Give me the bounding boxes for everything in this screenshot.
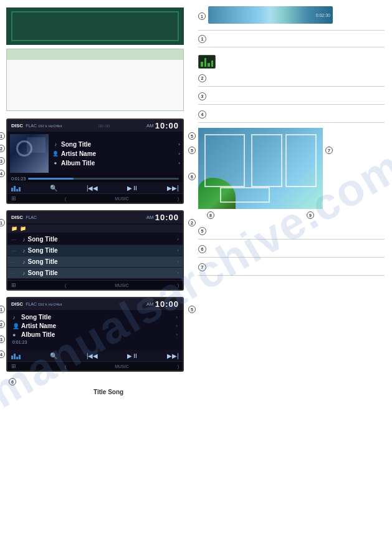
photo-label-right-top: 7 [325, 147, 333, 154]
screen2-topbar: DISC FLAC AM 10:00 [7, 211, 183, 223]
eq-icon-bar-3 [208, 63, 210, 67]
label-s2-r1: 2 [188, 219, 196, 226]
arrow-2: › [177, 248, 179, 253]
screen3-controls: 🔍 |◀◀ ▶⏸ ▶▶| [7, 350, 183, 361]
prev-track-button[interactable]: |◀◀ [87, 185, 98, 191]
play-pause-button-3[interactable]: ▶⏸ [127, 352, 138, 359]
screen1-content: ♪ Song Title › 👤 Artist Name › ● Album T… [7, 132, 183, 175]
screen1-timebar: 0:01:23 [7, 175, 183, 182]
mosaic-rect-right [285, 134, 317, 187]
dash-1: — [11, 236, 20, 242]
screen1-elapsed: 0:01:23 [11, 177, 26, 181]
screen1-am: AM [146, 123, 154, 128]
section-5: 5 [198, 226, 385, 235]
next-track-button[interactable]: ▶▶| [167, 185, 179, 191]
arrow-1: › [177, 236, 179, 242]
label-s3-3: 3 [0, 336, 5, 343]
right-column: 1 0:02:30 1 [193, 0, 392, 557]
search-icon[interactable]: 🔍 [50, 185, 57, 191]
song-title-2: Song Title [28, 247, 175, 254]
desc-header [7, 49, 183, 60]
screen3-music: MUSIC [115, 364, 129, 369]
section-2: 2 [198, 74, 385, 82]
title-song-label: Title Song [93, 389, 123, 395]
simple-artist-arrow: › [176, 323, 178, 329]
play-pause-button[interactable]: ▶⏸ [127, 185, 138, 191]
album-art [10, 134, 49, 173]
dash-4: — [11, 270, 20, 276]
left-column: 1 2 3 4 5 DISC FLAC 192 k Hz/24bit □□ □□ [0, 0, 193, 557]
mosaic-rect-bottom [220, 187, 270, 203]
note-4: ♪ [22, 270, 26, 276]
right-section-6: 6 [198, 245, 385, 258]
note-1: ♪ [22, 236, 26, 243]
screen3-album-row: ● Album Title › [12, 331, 178, 338]
label-bottom: 6 [9, 378, 16, 385]
eq-bar-4 [19, 187, 21, 191]
next-track-button-3[interactable]: ▶▶| [167, 352, 179, 359]
eq-bars [11, 184, 21, 191]
screen3-artist: Artist Name [21, 322, 56, 329]
screen3-artist-row: 👤 Artist Name › [12, 322, 178, 329]
screen1-topbar: DISC FLAC 192 k Hz/24bit □□ □□ AM 10:00 [7, 120, 183, 132]
section-4: 4 [198, 110, 385, 119]
strip-num: 1 [198, 12, 206, 20]
section-num-4: 4 [198, 110, 206, 119]
section-num-2: 2 [198, 74, 206, 82]
album-arrow: › [178, 160, 180, 166]
simple-album-arrow: › [176, 332, 178, 337]
label-s3-1: 1 [0, 306, 5, 313]
grid-icon: ⊞ [11, 195, 16, 201]
section-3-text [209, 92, 385, 100]
label-s3-r1: 5 [188, 306, 196, 313]
song-row-3[interactable]: — ♪ Song Title › [7, 256, 183, 268]
photo-label-left-top: 5 [188, 147, 196, 154]
eq-bar-1 [11, 188, 13, 191]
photo-mosaic-overlay [198, 128, 323, 209]
grid-icon-2: ⊞ [11, 282, 16, 288]
note-icon: ♪ [52, 142, 59, 147]
prev-track-button-3[interactable]: |◀◀ [87, 352, 98, 359]
divider-2 [198, 86, 385, 87]
screen1-resolution: 192 k Hz/24bit [38, 124, 62, 128]
search-icon-3[interactable]: 🔍 [50, 352, 57, 359]
song-row-4[interactable]: — ♪ Song Title › [7, 268, 183, 279]
section-7-text [209, 263, 385, 271]
screen3-topbar: DISC FLAC 192 k Hz/24bit AM 10:00 [7, 298, 183, 310]
screen2-music: MUSIC [115, 283, 129, 288]
label-s1-4: 4 [0, 170, 5, 177]
song-row-1[interactable]: — ♪ Song Title › [7, 234, 183, 245]
divider-7 [198, 275, 385, 276]
desc-block [6, 49, 184, 111]
artist-arrow: › [178, 151, 180, 157]
person-icon: 👤 [52, 151, 59, 157]
photo-label-left-mid: 6 [188, 173, 196, 180]
dash-3: — [11, 259, 20, 264]
screen3-content: ♪ Song Title › 👤 Artist Name › ● Album T… [7, 310, 183, 350]
divider-6 [198, 257, 385, 258]
song-arrow: › [178, 142, 180, 147]
grid-icon-3: ⊞ [11, 363, 16, 369]
eq-bars-3 [11, 352, 21, 359]
screen1-controls: 🔍 |◀◀ ▶⏸ ▶▶| [7, 182, 183, 193]
right-section-2: 2 [198, 52, 385, 87]
song-row-2[interactable]: — ♪ Song Title › [7, 245, 183, 256]
screen1-album: Album Title [61, 160, 95, 167]
label-s1-r1: 5 [188, 132, 196, 140]
screen1-flac: FLAC [26, 124, 37, 128]
eq-bar-3 [16, 189, 18, 191]
section-num-1: 1 [198, 35, 206, 43]
screen3: DISC FLAC 192 k Hz/24bit AM 10:00 ♪ Song… [6, 297, 184, 372]
screen2-disc: DISC [11, 215, 23, 220]
screen2-songlist: 📁 📁 — ♪ Song Title › — ♪ Song Title [7, 223, 183, 280]
screen3-paren-l: ( [65, 364, 66, 369]
eq-icon [198, 55, 216, 69]
divider-0 [198, 30, 385, 31]
header-block-inner [11, 11, 179, 41]
screen3-resolution: 192 k Hz/24bit [38, 303, 62, 306]
eq-icon-bar-1 [201, 62, 203, 67]
section-num-7: 7 [198, 263, 206, 271]
right-section-4: 4 [198, 110, 385, 123]
photo-mosaic [198, 128, 323, 209]
screen3-disc: DISC [11, 301, 23, 307]
